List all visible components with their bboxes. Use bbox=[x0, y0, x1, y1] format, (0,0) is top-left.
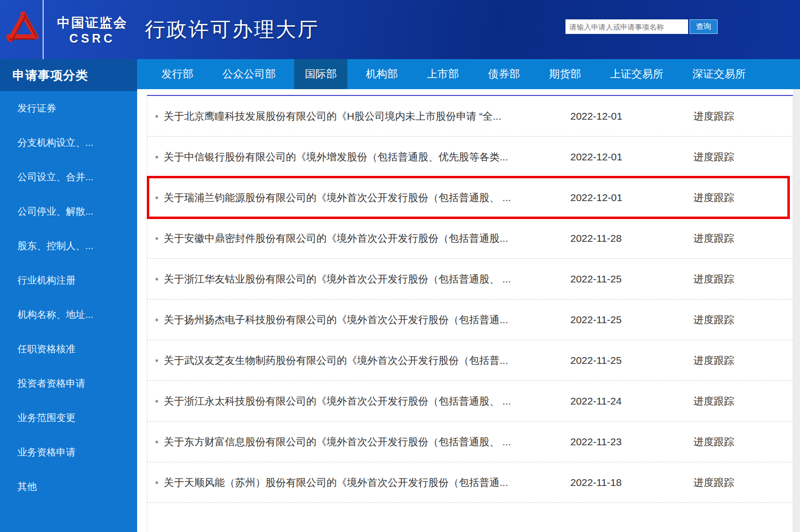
application-list: • 关于北京鹰瞳科技发展股份有限公司的《H股公司境内未上市股份申请 “全... … bbox=[147, 95, 793, 532]
application-date: 2022-12-01 bbox=[570, 110, 693, 122]
table-row: • 关于东方财富信息股份有限公司的《境外首次公开发行股份（包括普通股、 ... … bbox=[147, 422, 793, 462]
brand-name-cn: 中国证监会 bbox=[57, 14, 127, 31]
tab-bond-dept[interactable]: 债券部 bbox=[477, 59, 531, 89]
bullet-icon: • bbox=[155, 315, 164, 325]
application-title-link[interactable]: 关于扬州扬杰电子科技股份有限公司的《境外首次公开发行股份（包括普通... bbox=[164, 313, 570, 327]
application-date: 2022-11-18 bbox=[570, 477, 693, 488]
table-row: • 关于北京鹰瞳科技发展股份有限公司的《H股公司境内未上市股份申请 “全... … bbox=[147, 96, 793, 137]
application-date: 2022-11-25 bbox=[570, 273, 693, 285]
application-title-link[interactable]: 关于东方财富信息股份有限公司的《境外首次公开发行股份（包括普通股、 ... bbox=[164, 435, 570, 449]
tab-listing-dept[interactable]: 上市部 bbox=[416, 59, 470, 89]
table-row: • 关于武汉友芝友生物制药股份有限公司的《境外首次公开发行股份（包括普... 2… bbox=[147, 340, 793, 381]
page-background-strip bbox=[793, 89, 800, 532]
sidebar-item-org-name-address[interactable]: 机构名称、地址... bbox=[0, 297, 137, 332]
application-date: 2022-11-28 bbox=[570, 233, 693, 244]
sidebar-item-qualification-approval[interactable]: 任职资格核准 bbox=[0, 332, 137, 366]
table-row: • 关于扬州扬杰电子科技股份有限公司的《境外首次公开发行股份（包括普通... 2… bbox=[147, 299, 793, 340]
bullet-icon: • bbox=[155, 274, 164, 284]
csrc-logo bbox=[0, 0, 44, 59]
application-title-link[interactable]: 关于武汉友芝友生物制药股份有限公司的《境外首次公开发行股份（包括普... bbox=[164, 354, 570, 367]
progress-tracking-link[interactable]: 进度跟踪 bbox=[693, 354, 793, 367]
sidebar-item-investor-qualification[interactable]: 投资者资格申请 bbox=[0, 366, 137, 401]
progress-tracking-link[interactable]: 进度跟踪 bbox=[693, 150, 793, 164]
sidebar-item-shareholder-controller[interactable]: 股东、控制人、... bbox=[0, 229, 137, 263]
progress-tracking-link[interactable]: 进度跟踪 bbox=[693, 313, 793, 327]
application-title-link[interactable]: 关于浙江永太科技股份有限公司的《境外首次公开发行股份（包括普通股、 ... bbox=[164, 394, 570, 408]
bullet-icon: • bbox=[155, 437, 164, 447]
table-row: • 关于中信银行股份有限公司的《境外增发股份（包括普通股、优先股等各类... 2… bbox=[147, 137, 793, 177]
application-date: 2022-11-25 bbox=[570, 355, 693, 366]
csrc-triangle-logo-icon bbox=[4, 8, 39, 51]
table-row: • 关于浙江永太科技股份有限公司的《境外首次公开发行股份（包括普通股、 ... … bbox=[147, 381, 793, 422]
application-title-link[interactable]: 关于安徽中鼎密封件股份有限公司的《境外首次公开发行股份（包括普通股... bbox=[164, 232, 570, 245]
right-column: 发行部 公众公司部 国际部 机构部 上市部 债券部 期货部 上证交易所 深证交易… bbox=[137, 59, 800, 532]
bullet-icon: • bbox=[155, 234, 164, 243]
bullet-icon: • bbox=[155, 193, 164, 203]
sidebar-item-business-scope-change[interactable]: 业务范围变更 bbox=[0, 401, 137, 435]
sidebar-title: 申请事项分类 bbox=[0, 59, 137, 91]
tab-institutions-dept[interactable]: 机构部 bbox=[355, 59, 408, 89]
sidebar-item-business-qualification[interactable]: 业务资格申请 bbox=[0, 435, 137, 469]
progress-tracking-link[interactable]: 进度跟踪 bbox=[693, 191, 793, 204]
application-date: 2022-11-24 bbox=[570, 395, 693, 407]
progress-tracking-link[interactable]: 进度跟踪 bbox=[693, 394, 793, 408]
progress-tracking-link[interactable]: 进度跟踪 bbox=[693, 272, 793, 286]
application-date: 2022-12-01 bbox=[570, 192, 693, 203]
application-date: 2022-11-23 bbox=[570, 436, 693, 448]
tab-shenzhen-exchange[interactable]: 深证交易所 bbox=[682, 59, 756, 89]
application-title-link[interactable]: 关于北京鹰瞳科技发展股份有限公司的《H股公司境内未上市股份申请 “全... bbox=[164, 110, 570, 123]
brand-name-en: CSRC bbox=[57, 31, 127, 46]
brand-block: 中国证监会 CSRC bbox=[57, 14, 127, 46]
application-date: 2022-11-25 bbox=[570, 314, 693, 326]
progress-tracking-link[interactable]: 进度跟踪 bbox=[693, 476, 793, 489]
tab-public-company-dept[interactable]: 公众公司部 bbox=[212, 59, 286, 89]
progress-tracking-link[interactable]: 进度跟踪 bbox=[693, 110, 793, 123]
department-tabs: 发行部 公众公司部 国际部 机构部 上市部 债券部 期货部 上证交易所 深证交易… bbox=[137, 59, 800, 89]
application-title-link[interactable]: 关于浙江华友钴业股份有限公司的《境外首次公开发行股份（包括普通股、 ... bbox=[164, 272, 570, 286]
main-layout: 申请事项分类 发行证券 分支机构设立、... 公司设立、合并... 公司停业、解… bbox=[0, 59, 800, 532]
application-title-link[interactable]: 关于中信银行股份有限公司的《境外增发股份（包括普通股、优先股等各类... bbox=[164, 150, 570, 164]
bullet-icon: • bbox=[155, 396, 164, 406]
table-row-highlighted: • 关于瑞浦兰钧能源股份有限公司的《境外首次公开发行股份（包括普通股、 ... … bbox=[147, 177, 793, 218]
table-row: • 关于天顺风能（苏州）股份有限公司的《境外首次公开发行股份（包括普通... 2… bbox=[147, 462, 793, 503]
tab-shanghai-exchange[interactable]: 上证交易所 bbox=[599, 59, 674, 89]
app-header: 中国证监会 CSRC 行政许可办理大厅 查询 bbox=[0, 0, 800, 59]
sidebar: 申请事项分类 发行证券 分支机构设立、... 公司设立、合并... 公司停业、解… bbox=[0, 59, 137, 532]
application-title-link[interactable]: 关于天顺风能（苏州）股份有限公司的《境外首次公开发行股份（包括普通... bbox=[164, 476, 570, 489]
sidebar-item-branch-setup[interactable]: 分支机构设立、... bbox=[0, 125, 137, 160]
sidebar-item-issue-securities[interactable]: 发行证券 bbox=[0, 91, 137, 125]
bullet-icon: • bbox=[155, 111, 164, 121]
table-row: • 关于浙江华友钴业股份有限公司的《境外首次公开发行股份（包括普通股、 ... … bbox=[147, 259, 793, 299]
page-title: 行政许可办理大厅 bbox=[145, 16, 319, 43]
sidebar-item-company-setup-merge[interactable]: 公司设立、合并... bbox=[0, 160, 137, 194]
sidebar-item-industry-org-registration[interactable]: 行业机构注册 bbox=[0, 263, 137, 297]
search-input[interactable] bbox=[565, 19, 688, 34]
progress-tracking-link[interactable]: 进度跟踪 bbox=[693, 435, 793, 449]
application-date: 2022-12-01 bbox=[570, 151, 693, 163]
tab-issuance-dept[interactable]: 发行部 bbox=[151, 59, 204, 89]
search-button[interactable]: 查询 bbox=[690, 19, 718, 34]
bullet-icon: • bbox=[155, 152, 164, 162]
tab-futures-dept[interactable]: 期货部 bbox=[538, 59, 592, 89]
sidebar-item-company-suspend-dissolve[interactable]: 公司停业、解散... bbox=[0, 194, 137, 229]
content-area: • 关于北京鹰瞳科技发展股份有限公司的《H股公司境内未上市股份申请 “全... … bbox=[137, 89, 800, 532]
tab-international-dept[interactable]: 国际部 bbox=[294, 59, 347, 89]
search-bar: 查询 bbox=[565, 19, 718, 34]
bullet-icon: • bbox=[155, 356, 164, 365]
sidebar-item-other[interactable]: 其他 bbox=[0, 469, 137, 504]
table-row: • 关于安徽中鼎密封件股份有限公司的《境外首次公开发行股份（包括普通股... 2… bbox=[147, 218, 793, 259]
bullet-icon: • bbox=[155, 478, 164, 487]
application-title-link[interactable]: 关于瑞浦兰钧能源股份有限公司的《境外首次公开发行股份（包括普通股、 ... bbox=[164, 191, 570, 204]
progress-tracking-link[interactable]: 进度跟踪 bbox=[693, 232, 793, 245]
